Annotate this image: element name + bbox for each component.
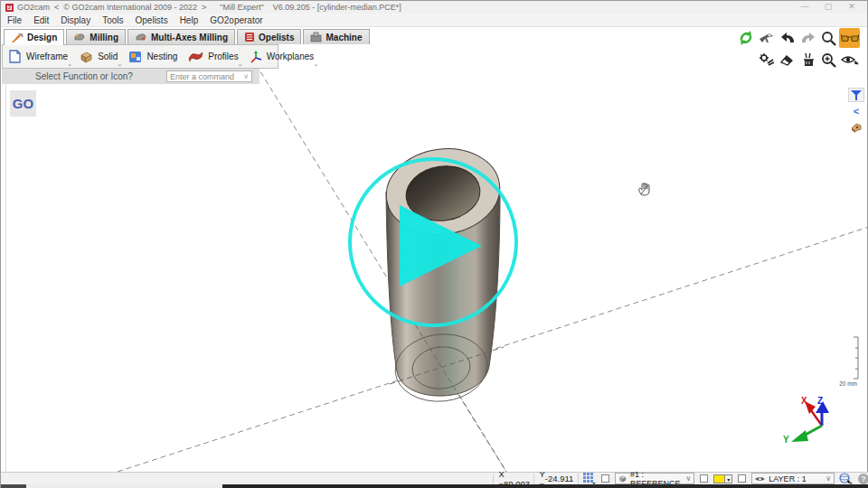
axis-y-label: Y [783,435,789,445]
view-glasses-button[interactable] [839,28,860,48]
command-input-value: Enter a command [170,72,234,81]
status-message-area [1,473,493,484]
command-bar: Select Function or Icon? Enter a command… [2,69,259,84]
go-logo[interactable]: GO [10,90,36,117]
axis-x-label: X [801,396,807,406]
tab-label: Opelists [259,33,294,42]
refresh-button[interactable] [735,28,756,48]
collapse-panel-button[interactable]: < [848,104,864,118]
command-prompt: Select Function or Icon? [2,71,166,81]
clean-icon [801,52,816,67]
workplanes-icon [250,51,262,63]
wireframe-icon [8,50,22,63]
tab-milling[interactable]: Milling [66,29,126,44]
redo-button[interactable] [797,28,818,48]
design-icon [11,33,24,43]
grid-icon [583,473,596,484]
solid-button[interactable]: Solid ⌄ [73,45,123,68]
view-sphere-button[interactable] [839,473,853,484]
tab-label: Machine [326,33,362,42]
chevron-down-icon: ∨ [826,474,831,483]
strip-segment-right [222,484,868,488]
refresh-icon [738,30,754,46]
analysis-button[interactable] [756,50,777,70]
app-window: 20 mm X Z Y 2 GO2cam < © GO2cam Internat… [0,0,868,488]
undo-button[interactable] [777,28,797,48]
right-panel: < [847,88,865,136]
viewport-left-edge [5,84,6,472]
y-coordinate-readout: Y =-24.911 [533,474,579,484]
zoom-extents-button[interactable] [818,50,839,70]
tools-icon [759,52,775,67]
layer-value: LAYER : 1 [769,474,806,483]
workplanes-button[interactable]: Workplanes ⌄ [244,45,320,68]
color-checkbox[interactable] [700,474,708,483]
chevron-down-icon[interactable]: ⌄ [313,61,318,68]
strip-segment-left [1,484,26,488]
profiles-button[interactable]: Profiles ⌄ [183,45,243,68]
help-button[interactable]: ? [858,474,868,484]
zoom-button[interactable] [818,28,839,48]
hand-cursor-icon [639,183,649,195]
color-dropdown-button[interactable]: ▾ [725,474,732,483]
tool-label: Workplanes [267,52,315,61]
tool-label: Profiles [208,52,238,61]
material-icon [850,122,863,133]
tab-opelists[interactable]: Opelists [237,29,301,44]
machine-icon [310,32,322,42]
milling-icon [73,32,86,42]
ribbon-tabs: Design Milling Multi-Axes Milling Opel [4,29,372,44]
axis-z-label: Z [817,396,823,406]
eraser-icon [779,53,795,67]
chevron-down-icon[interactable]: ⌄ [118,61,123,68]
bottom-strip [1,484,868,488]
axis-triad: X Z Y [783,396,829,445]
caliper-icon [759,31,775,45]
tab-multi-axes-milling[interactable]: Multi-Axes Milling [127,29,235,44]
multi-axes-milling-icon [135,32,147,42]
color-swatch[interactable] [713,474,725,483]
erase-button[interactable] [777,50,797,70]
tab-design[interactable]: Design [4,29,64,45]
scale-label: 20 mm [839,380,857,387]
filter-button[interactable] [848,88,864,102]
cube-icon [618,474,627,483]
zoom-icon [821,31,836,46]
design-toolbar: Wireframe ⌄ Solid ⌄ Nesting [2,44,278,69]
sphere-icon [839,473,853,484]
quick-tools-row1 [735,28,860,48]
tool-label: Nesting [146,52,177,61]
quick-tools-row2 [756,50,860,70]
wireframe-button[interactable]: Wireframe ⌄ [3,45,73,68]
scale-ruler [854,337,858,379]
reference-select[interactable]: #1 : REFERENCE ∨ [615,473,694,484]
clean-button[interactable] [797,50,818,70]
nesting-button[interactable]: Nesting [123,45,183,68]
measure-button[interactable] [756,28,777,48]
zoom-plus-icon [821,52,836,68]
tool-label: Wireframe [26,52,68,61]
profiles-icon [188,51,203,62]
nesting-icon [128,51,142,63]
command-input[interactable]: Enter a command ∨ [166,70,252,82]
chevron-down-icon[interactable]: ∨ [243,72,249,80]
material-button[interactable] [848,120,864,135]
undo-icon [779,32,796,45]
glasses-icon [841,32,859,44]
chevron-left-icon: < [854,107,859,116]
layer-select[interactable]: LAYER : 1 ∨ [751,473,835,484]
chevron-down-icon[interactable]: ⌄ [67,61,72,68]
tab-machine[interactable]: Machine [303,29,369,44]
tab-label: Multi-Axes Milling [151,33,228,42]
tool-label: Solid [98,52,118,61]
reference-checkbox[interactable] [601,474,609,483]
layer-eye-icon [755,475,765,483]
chevron-down-icon: ∨ [686,474,692,483]
x-coordinate-readout: X =80.003 [493,474,533,484]
tab-label: Milling [90,33,118,42]
visibility-button[interactable] [839,50,860,70]
grid-toggle-button[interactable] [583,473,596,484]
opelists-icon [244,32,255,42]
layer-checkbox[interactable] [738,474,746,483]
chevron-down-icon[interactable]: ⌄ [238,61,243,68]
